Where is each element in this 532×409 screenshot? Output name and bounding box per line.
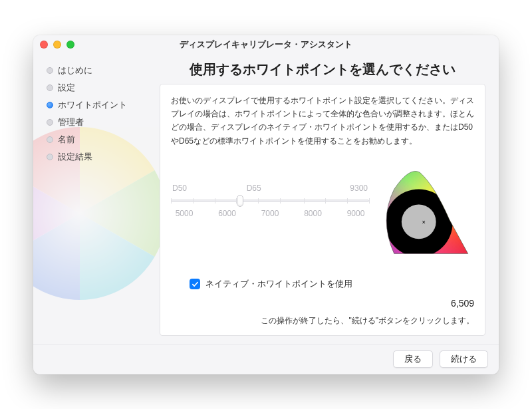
sidebar-item-label: ホワイトポイント xyxy=(58,99,127,111)
svg-text:×: × xyxy=(422,219,425,225)
close-icon[interactable] xyxy=(40,41,48,49)
checkbox-icon xyxy=(190,279,200,289)
sidebar-item-label: 設定結果 xyxy=(58,151,92,163)
slider-thumb xyxy=(237,195,243,207)
calibrator-window: ディスプレイキャリブレータ・アシスタント xyxy=(33,35,499,374)
sidebar-item-intro[interactable]: はじめに xyxy=(45,62,154,79)
whitepoint-value: 6,509 xyxy=(171,298,474,309)
sidebar-item-name[interactable]: 名前 xyxy=(45,131,154,148)
sidebar-item-settings[interactable]: 設定 xyxy=(45,79,154,96)
sidebar-item-whitepoint[interactable]: ホワイトポイント xyxy=(45,96,154,114)
sidebar-item-label: 設定 xyxy=(58,82,75,94)
maximize-icon[interactable] xyxy=(66,41,74,49)
sidebar-item-label: はじめに xyxy=(58,65,92,76)
sidebar-item-label: 管理者 xyxy=(58,116,84,128)
svg-point-5 xyxy=(402,205,436,239)
footer: 戻る 続ける xyxy=(33,344,499,374)
slider-tick-labels: 5000 6000 7000 8000 9000 xyxy=(171,206,369,218)
back-button[interactable]: 戻る xyxy=(393,350,433,368)
sidebar-item-result[interactable]: 設定結果 xyxy=(45,148,154,166)
page-title: 使用するホワイトポイントを選んでください xyxy=(160,61,485,78)
continue-button[interactable]: 続ける xyxy=(440,350,488,368)
sidebar-item-label: 名前 xyxy=(58,134,75,146)
content-panel: お使いのディスプレイで使用するホワイトポイント設定を選択してください。ディスプレ… xyxy=(160,84,485,336)
checkbox-label: ネイティブ・ホワイトポイントを使用 xyxy=(205,278,352,290)
traffic-lights xyxy=(40,41,74,49)
hint-text: この操作が終了したら、"続ける"ボタンをクリックします。 xyxy=(171,315,474,327)
titlebar: ディスプレイキャリブレータ・アシスタント xyxy=(33,35,499,54)
whitepoint-slider: D50 D65 9300 5000 xyxy=(171,168,369,218)
window-title: ディスプレイキャリブレータ・アシスタント xyxy=(33,39,499,51)
description-text: お使いのディスプレイで使用するホワイトポイント設定を選択してください。ディスプレ… xyxy=(171,94,474,148)
slider-track xyxy=(171,196,369,206)
sidebar: はじめに 設定 ホワイトポイント 管理者 名前 設定結果 xyxy=(33,54,160,344)
slider-preset-labels: D50 D65 9300 xyxy=(171,184,369,196)
sidebar-item-admin[interactable]: 管理者 xyxy=(45,114,154,131)
gamut-diagram-icon: × xyxy=(376,168,474,266)
native-whitepoint-checkbox[interactable]: ネイティブ・ホワイトポイントを使用 xyxy=(171,278,474,290)
minimize-icon[interactable] xyxy=(53,41,61,49)
